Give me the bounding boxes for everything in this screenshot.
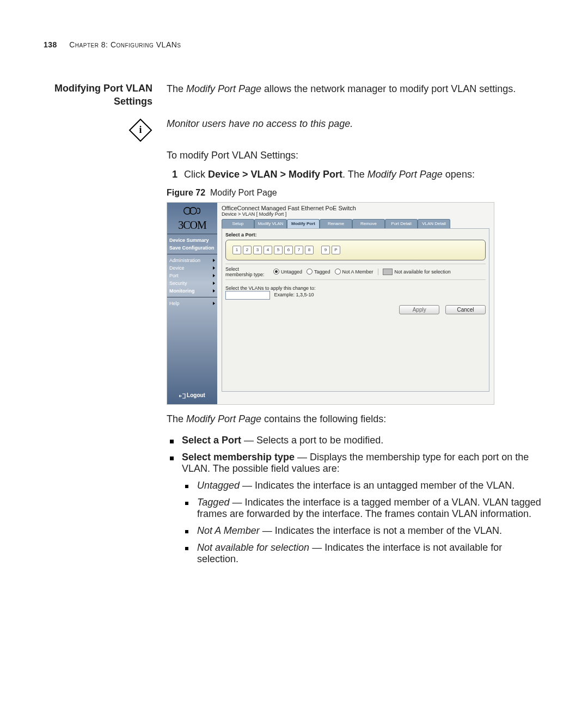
tab-modify-port[interactable]: Modify Port (287, 219, 320, 228)
port-8[interactable]: 8 (305, 246, 314, 254)
field-select-port: Select a Port — Selects a port to be mod… (167, 435, 544, 446)
page-number: 138 (44, 40, 57, 49)
port-2[interactable]: 2 (243, 246, 252, 254)
legend-swatch-icon (383, 269, 393, 275)
tab-modify-vlan[interactable]: Modify VLAN (254, 219, 287, 228)
caret-icon (213, 289, 215, 293)
chapter-title: Chapter 8: Configuring VLANs (69, 40, 181, 49)
port-3[interactable]: 3 (253, 246, 262, 254)
sidebar-item-security[interactable]: Security (169, 279, 215, 287)
breadcrumb: Device > VLAN [ Modify Port ] (217, 211, 494, 219)
running-header: 138 Chapter 8: Configuring VLANs (44, 40, 544, 49)
tab-setup[interactable]: Setup (222, 219, 254, 228)
sidebar-item-help[interactable]: Help (169, 300, 215, 307)
radio-untagged[interactable]: Untagged (273, 269, 302, 275)
tab-port-detail[interactable]: Port Detail (385, 219, 418, 228)
legend-not-available: Not available for selection (378, 269, 451, 275)
port-selector: 1 2 3 4 5 6 7 8 9 P (225, 240, 486, 260)
after-figure-text: The Modify Port Page contains the follow… (167, 413, 544, 425)
svg-text:i: i (139, 124, 142, 135)
tab-bar: Setup Modify VLAN Modify Port Rename Rem… (217, 219, 494, 228)
figure-screenshot: 3COM Device Summary Save Configuration A… (167, 202, 494, 405)
info-icon: i (44, 118, 152, 144)
sub-not-member: Not A Member — Indicates the interface i… (182, 525, 544, 537)
sidebar-item-administration[interactable]: Administration (169, 257, 215, 264)
sidebar-save-config[interactable]: Save Configuration (169, 244, 215, 252)
port-4[interactable]: 4 (264, 246, 272, 254)
sub-tagged: Tagged — Indicates the interface is a ta… (182, 497, 544, 520)
caret-icon (213, 266, 215, 270)
brand-logo-icon (169, 206, 215, 217)
sub-untagged: Untagged — Indicates the interface is an… (182, 480, 544, 491)
caret-icon (213, 274, 215, 277)
sidebar-item-port[interactable]: Port (169, 272, 215, 279)
section-intro: The Modify Port Page allows the network … (167, 82, 544, 108)
vlan-example: Example: 1,3,5-10 (274, 292, 314, 297)
step-1: 1 Click Device > VLAN > Modify Port. The… (167, 169, 544, 180)
caret-icon (213, 302, 215, 305)
figure-caption: Figure 72 Modify Port Page (167, 188, 544, 198)
tab-remove[interactable]: Remove (352, 219, 385, 228)
tab-vlan-detail[interactable]: VLAN Detail (418, 219, 450, 228)
caret-icon (213, 259, 215, 262)
sidebar-item-device[interactable]: Device (169, 264, 215, 272)
note-text: Monitor users have no access to this pag… (167, 118, 544, 130)
sidebar-device-summary[interactable]: Device Summary (169, 236, 215, 244)
document-page: 138 Chapter 8: Configuring VLANs Modifyi… (0, 0, 588, 706)
sub-not-available: Not available for selection — Indicates … (182, 542, 544, 565)
section-heading: Modifying Port VLAN Settings (44, 82, 152, 108)
radio-tagged[interactable]: Tagged (307, 269, 330, 275)
lead-text: To modify Port VLAN Settings: (167, 150, 544, 161)
app-sidebar: 3COM Device Summary Save Configuration A… (167, 203, 217, 404)
port-9[interactable]: 9 (321, 246, 330, 254)
field-list: Select a Port — Selects a port to be mod… (167, 435, 544, 565)
brand-text: 3COM (169, 219, 215, 232)
sidebar-item-monitoring[interactable]: Monitoring (169, 287, 215, 295)
cancel-button[interactable]: Cancel (445, 305, 486, 314)
port-6[interactable]: 6 (284, 246, 293, 254)
product-title: OfficeConnect Managed Fast Ethernet PoE … (217, 203, 494, 211)
caret-icon (213, 282, 215, 285)
port-1[interactable]: 1 (232, 246, 241, 254)
logout-button[interactable]: Logout (167, 392, 217, 398)
apply-button[interactable]: Apply (399, 305, 439, 314)
port-p[interactable]: P (332, 246, 340, 254)
port-7[interactable]: 7 (295, 246, 303, 254)
tab-rename[interactable]: Rename (320, 219, 352, 228)
radio-not-member[interactable]: Not A Member (335, 269, 373, 275)
app-main: OfficeConnect Managed Fast Ethernet PoE … (217, 203, 494, 404)
membership-row: Selectmembership type: Untagged Tagged N… (225, 266, 486, 277)
vlan-input[interactable] (225, 291, 270, 300)
logout-icon (179, 393, 186, 399)
vlan-input-row: Select the VLANs to apply this change to… (225, 285, 486, 300)
content-panel: Select a Port: 1 2 3 4 5 6 7 8 9 (222, 228, 489, 392)
field-select-membership: Select membership type — Displays the me… (167, 452, 544, 565)
port-5[interactable]: 5 (274, 246, 283, 254)
select-port-label: Select a Port: (225, 232, 486, 238)
